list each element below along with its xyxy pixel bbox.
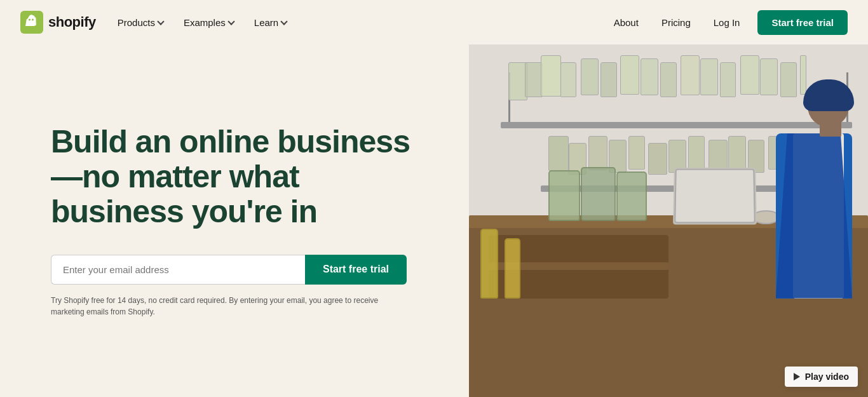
- svg-point-2: [32, 19, 34, 21]
- examples-chevron-icon: [227, 18, 234, 25]
- jar-15: [780, 62, 797, 97]
- play-video-label: Play video: [805, 372, 849, 382]
- jar-6: [600, 62, 617, 97]
- hero-disclaimer: Try Shopify free for 14 days, no credit …: [51, 295, 388, 318]
- login-label: Log In: [714, 17, 740, 28]
- table-jar-1: [548, 170, 580, 221]
- products-chevron-icon: [157, 18, 164, 25]
- about-label: About: [614, 17, 639, 28]
- hero-section: Build an online business—no matter what …: [0, 44, 868, 397]
- jar-16: [800, 55, 806, 95]
- play-video-button[interactable]: Play video: [785, 367, 858, 387]
- products-label: Products: [118, 17, 155, 28]
- shelf2-jar-3: [588, 136, 607, 170]
- jar-9: [660, 62, 677, 97]
- jar-10: [681, 55, 700, 95]
- jar-12: [720, 62, 736, 97]
- shop-scene: Play video: [469, 44, 868, 397]
- navbar: shopify Products Examples Learn About Pr…: [0, 0, 868, 44]
- brand-name: shopify: [48, 14, 96, 30]
- shelf2-jar-6: [648, 143, 667, 175]
- hero-cta-row: Start free trial: [51, 255, 407, 285]
- email-input[interactable]: [51, 255, 305, 285]
- person-apron: [776, 133, 852, 299]
- learn-label: Learn: [254, 17, 278, 28]
- learn-chevron-icon: [281, 18, 288, 25]
- jar-8: [641, 58, 658, 95]
- bottle-1: [480, 229, 498, 299]
- jar-11: [700, 58, 718, 95]
- shopify-logo[interactable]: shopify: [20, 11, 96, 34]
- nav-item-pricing[interactable]: Pricing: [651, 12, 701, 33]
- hero-right: Play video: [469, 44, 868, 397]
- shelf2-jar-10: [728, 136, 746, 170]
- hero-start-trial-button[interactable]: Start free trial: [305, 255, 407, 285]
- play-icon: [794, 373, 800, 380]
- shelf2-jar-1: [548, 136, 569, 171]
- nav-start-trial-button[interactable]: Start free trial: [757, 10, 848, 35]
- examples-label: Examples: [184, 17, 226, 28]
- shopify-bag-icon: [20, 11, 43, 34]
- table-jar-3: [616, 172, 647, 221]
- jar-14: [760, 58, 778, 95]
- bottle-2: [505, 238, 520, 299]
- laptop-screen: [674, 169, 756, 224]
- nav-item-login[interactable]: Log In: [703, 12, 750, 33]
- left-nav: Products Examples Learn: [109, 12, 295, 33]
- right-nav: About Pricing Log In Start free trial: [604, 10, 848, 35]
- nav-item-products[interactable]: Products: [109, 12, 172, 33]
- jar-2: [525, 62, 543, 97]
- jar-13: [740, 55, 759, 95]
- nav-item-examples[interactable]: Examples: [175, 12, 243, 33]
- shelf2-jar-8: [688, 136, 705, 170]
- jar-7: [620, 55, 639, 95]
- shelf2-jar-5: [628, 136, 645, 170]
- jar-3: [541, 55, 561, 97]
- nav-item-learn[interactable]: Learn: [245, 12, 295, 33]
- jar-4: [560, 62, 576, 97]
- svg-point-1: [29, 19, 31, 21]
- table-jar-2: [581, 167, 616, 221]
- pricing-label: Pricing: [661, 17, 691, 28]
- hero-left: Build an online business—no matter what …: [0, 44, 469, 397]
- jar-5: [581, 58, 599, 95]
- nav-item-about[interactable]: About: [604, 12, 649, 33]
- hero-heading: Build an online business—no matter what …: [51, 124, 419, 229]
- top-shelf: [501, 122, 852, 128]
